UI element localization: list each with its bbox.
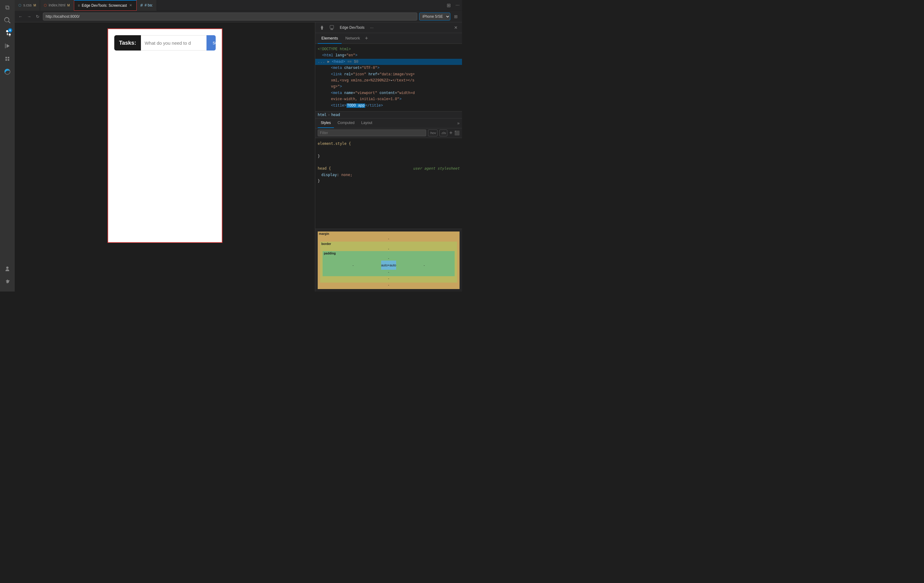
url-input[interactable] bbox=[43, 13, 417, 20]
tree-doctype: <!DOCTYPE html> bbox=[315, 46, 462, 53]
search-icon[interactable] bbox=[1, 14, 13, 26]
activity-bar: ⧉ 6 bbox=[0, 0, 15, 292]
html-file-icon: ⬡ bbox=[44, 3, 47, 7]
box-model: margin - border - padding - bbox=[315, 229, 462, 292]
tab-css-modifier: M bbox=[33, 4, 36, 7]
add-style-rule-button[interactable]: + bbox=[449, 130, 452, 136]
tab-hash[interactable]: # # ba: bbox=[137, 0, 157, 11]
css-display-val: none; bbox=[341, 173, 352, 177]
tab-bar: ⬡ s.css M ⬡ index.html M ≡ Edge DevTools… bbox=[15, 0, 462, 11]
devtools-panel: Edge DevTools ··· ✕ Elements Network + <… bbox=[315, 22, 462, 292]
tab-network[interactable]: Network bbox=[342, 33, 364, 44]
files-icon[interactable]: ⧉ bbox=[1, 1, 13, 13]
css-head-selector[interactable]: head { bbox=[318, 165, 331, 171]
run-icon[interactable] bbox=[1, 40, 13, 52]
devtools-device-icon[interactable] bbox=[327, 23, 336, 32]
content-size: auto×auto bbox=[381, 264, 396, 267]
content-area: Tasks: send bbox=[15, 22, 462, 292]
extensions-icon[interactable] bbox=[1, 53, 13, 65]
css-rule-head-close: } bbox=[318, 179, 320, 183]
margin-label: margin bbox=[319, 232, 329, 236]
box-margin: margin - border - padding - bbox=[318, 232, 460, 289]
devtools-more-button[interactable]: ··· bbox=[368, 25, 376, 31]
edge-icon[interactable] bbox=[1, 66, 13, 78]
tab-styles[interactable]: Styles bbox=[318, 118, 334, 128]
back-button[interactable]: ← bbox=[17, 13, 24, 20]
tab-css[interactable]: ⬡ s.css M bbox=[15, 0, 40, 11]
account-icon[interactable] bbox=[1, 263, 13, 275]
border-bottom: - bbox=[388, 277, 389, 280]
margin-top: - bbox=[388, 237, 389, 240]
devtools-title-bar: Edge DevTools ··· ✕ bbox=[315, 22, 462, 33]
add-panel-button[interactable]: + bbox=[365, 35, 368, 42]
breadcrumb: html › head bbox=[315, 111, 462, 119]
devtools-inspect-icon[interactable] bbox=[318, 23, 326, 32]
tab-hash-icon: # bbox=[140, 3, 143, 8]
source-control-badge: 6 bbox=[8, 28, 12, 33]
tab-css-label: s.css bbox=[23, 3, 31, 7]
tab-devtools-close[interactable]: ✕ bbox=[129, 3, 133, 8]
tree-link-icon[interactable]: <link rel="icon" href="data:image/svg+ x… bbox=[315, 71, 462, 90]
tab-layout[interactable]: Layout bbox=[358, 118, 375, 128]
tab-html-label: index.html bbox=[49, 3, 66, 7]
filter-bar: :hov .cls + ⬛ bbox=[315, 128, 462, 138]
todo-label: Tasks: bbox=[114, 35, 141, 51]
tab-devtools[interactable]: ≡ Edge DevTools: Screencast ✕ bbox=[74, 0, 137, 11]
css-element-selector[interactable]: element.style { bbox=[318, 140, 351, 147]
devtools-inner-tabs: Elements Network + bbox=[315, 33, 462, 44]
hov-filter-button[interactable]: :hov bbox=[428, 130, 437, 136]
tab-html-modifier: M bbox=[67, 4, 69, 7]
box-padding: padding - - auto×auto - bbox=[323, 251, 455, 276]
tree-meta-charset[interactable]: <meta charset="UTF-8"> bbox=[315, 65, 462, 71]
todo-send-button[interactable]: send bbox=[206, 35, 215, 51]
breadcrumb-sep: › bbox=[328, 113, 330, 117]
devtools-title: Edge DevTools bbox=[337, 25, 367, 30]
tree-head[interactable]: ... ▶ <head> == $0 bbox=[315, 59, 462, 65]
devtools-close-button[interactable]: ✕ bbox=[452, 25, 460, 31]
html-tree: <!DOCTYPE html> <html lang="en"> ... ▶ <… bbox=[315, 44, 462, 111]
padding-bottom: - bbox=[388, 270, 389, 274]
layout-icon[interactable]: ⊞ bbox=[444, 2, 453, 8]
css-source-label: user agent stylesheet bbox=[413, 165, 460, 171]
breadcrumb-head[interactable]: head bbox=[331, 113, 340, 117]
browser-bar: ← → ↻ iPhone 5/SE iPhone SE iPhone 6/7/8… bbox=[15, 11, 462, 22]
device-selector[interactable]: iPhone 5/SE iPhone SE iPhone 6/7/8 iPad bbox=[419, 13, 450, 20]
tab-elements[interactable]: Elements bbox=[318, 33, 342, 44]
padding-right: - bbox=[396, 264, 452, 267]
source-control-icon[interactable]: 6 bbox=[1, 27, 13, 39]
tree-title[interactable]: <title>TODO app</title> bbox=[315, 102, 462, 109]
tree-html[interactable]: <html lang="en"> bbox=[315, 53, 462, 58]
css-rule-head: head { user agent stylesheet display: no… bbox=[318, 165, 460, 184]
box-content: auto×auto bbox=[381, 260, 396, 270]
settings-icon[interactable] bbox=[1, 276, 13, 288]
devtools-icon: ≡ bbox=[78, 3, 80, 8]
tab-devtools-label: Edge DevTools: Screencast bbox=[82, 3, 127, 8]
filter-input[interactable] bbox=[318, 130, 426, 136]
toggle-changes-button[interactable]: ⬛ bbox=[454, 130, 460, 135]
padding-left: - bbox=[325, 264, 381, 267]
forward-button[interactable]: → bbox=[26, 13, 33, 20]
padding-label: padding bbox=[324, 252, 336, 255]
css-display-prop[interactable]: display bbox=[322, 173, 337, 177]
styles-more-icon[interactable]: » bbox=[457, 121, 460, 125]
tab-computed[interactable]: Computed bbox=[335, 118, 358, 128]
tab-html[interactable]: ⬡ index.html M bbox=[40, 0, 74, 11]
border-top: - bbox=[388, 247, 389, 250]
css-rule-element-style: element.style { } bbox=[318, 140, 460, 159]
css-rules: element.style { } head { user agent styl… bbox=[315, 138, 462, 229]
padding-top: - bbox=[388, 257, 389, 260]
margin-bottom: - bbox=[388, 283, 389, 287]
breadcrumb-html[interactable]: html bbox=[318, 113, 327, 117]
responsive-mode-icon[interactable]: ⊞ bbox=[452, 13, 460, 20]
device-frame: Tasks: send bbox=[107, 28, 223, 243]
cls-filter-button[interactable]: .cls bbox=[439, 130, 447, 136]
app-content: Tasks: send bbox=[108, 29, 222, 57]
tree-meta-viewport[interactable]: <meta name="viewport" content="width=d e… bbox=[315, 90, 462, 102]
refresh-button[interactable]: ↻ bbox=[34, 13, 41, 20]
more-tabs-icon[interactable]: ··· bbox=[453, 2, 462, 8]
border-label: border bbox=[322, 242, 331, 245]
preview-panel: Tasks: send bbox=[15, 22, 315, 292]
todo-input[interactable] bbox=[141, 35, 206, 51]
todo-input-row: Tasks: send bbox=[114, 35, 216, 51]
svg-rect-1 bbox=[330, 25, 333, 28]
